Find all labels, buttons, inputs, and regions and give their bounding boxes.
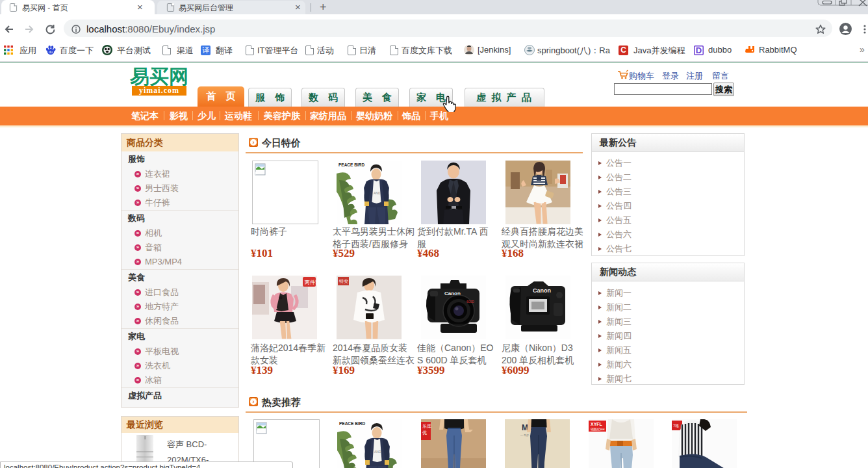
svg-text:du: du: [49, 50, 53, 54]
